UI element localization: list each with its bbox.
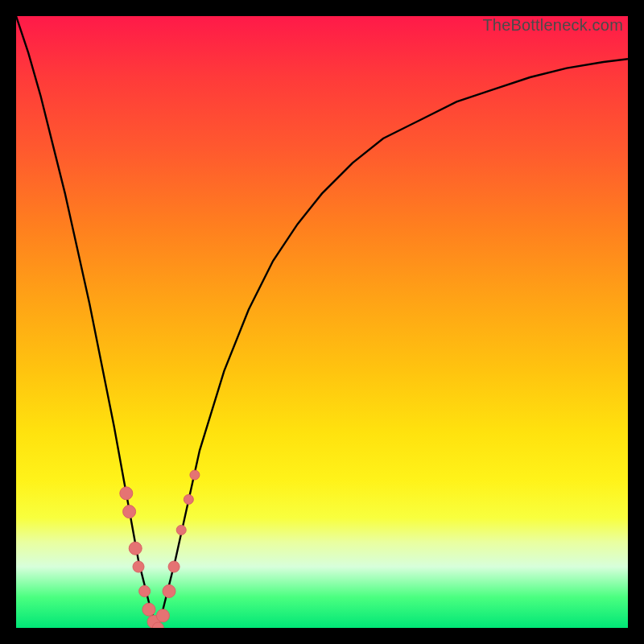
scatter-point (133, 561, 144, 572)
scatter-point (156, 609, 169, 622)
plot-area: TheBottleneck.com (16, 16, 628, 628)
watermark-label: TheBottleneck.com (482, 16, 623, 35)
scatter-point (168, 561, 180, 572)
scatter-point (123, 506, 136, 518)
curve-layer (16, 16, 628, 628)
scatter-point (190, 470, 200, 480)
scatter-point (129, 542, 142, 555)
scatter-point (147, 615, 160, 628)
scatter-point (184, 494, 193, 504)
bottleneck-curve (16, 16, 628, 628)
scatter-point (176, 525, 186, 535)
scatter-point (152, 622, 163, 628)
scatter-point (142, 603, 155, 616)
scatter-point (120, 487, 133, 500)
scatter-markers (120, 470, 200, 628)
scatter-point (139, 585, 151, 597)
chart-frame: TheBottleneck.com (0, 0, 644, 644)
scatter-point (163, 584, 175, 597)
